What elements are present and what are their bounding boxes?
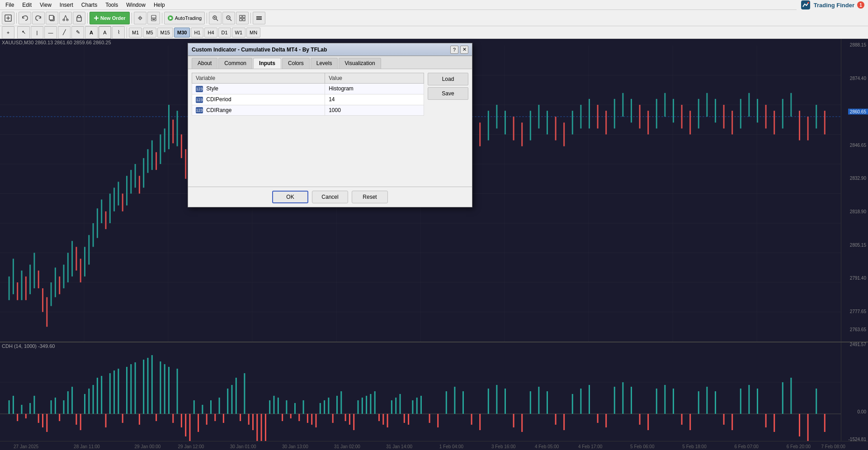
svg-rect-247 [189, 414, 191, 441]
new-order-btn[interactable]: New Order [90, 12, 130, 24]
tab-colors[interactable]: Colors [282, 58, 310, 69]
svg-rect-91 [164, 128, 165, 152]
horizontal-line-btn[interactable]: — [44, 26, 57, 39]
menu-tools[interactable]: Tools [102, 1, 122, 9]
time-label-13: 5 Feb 18:00 [682, 444, 706, 449]
svg-rect-281 [332, 414, 334, 423]
row-icon-2: 123 [196, 107, 203, 113]
svg-rect-69 [71, 241, 73, 277]
zoom-out-btn[interactable] [222, 12, 235, 24]
new-chart-btn[interactable] [2, 12, 14, 24]
text-btn[interactable]: A [85, 26, 98, 39]
menu-file[interactable]: File [2, 1, 18, 9]
tab-about[interactable]: About [192, 58, 217, 69]
svg-rect-78 [109, 194, 111, 224]
modal-controls: ? ✕ [450, 46, 468, 54]
svg-rect-321 [580, 389, 581, 414]
navigator-btn[interactable] [253, 12, 265, 24]
draw-tools-btn[interactable]: ✎ [71, 26, 84, 39]
svg-rect-324 [605, 414, 607, 427]
time-label-11: 4 Feb 17:00 [578, 444, 602, 449]
svg-rect-173 [597, 105, 599, 128]
modal-close-btn[interactable]: ✕ [460, 46, 468, 54]
time-label-10: 4 Feb 05:00 [535, 444, 559, 449]
menu-edit[interactable]: Edit [19, 1, 35, 9]
row-value-0: Histogram [325, 84, 424, 94]
tf-m1[interactable]: M1 [129, 28, 142, 38]
svg-rect-177 [631, 99, 632, 122]
menu-insert[interactable]: Insert [56, 1, 77, 9]
svg-rect-343 [765, 414, 767, 427]
tf-d1[interactable]: D1 [218, 28, 231, 38]
separator-6 [250, 13, 251, 23]
grid-btn[interactable] [236, 12, 249, 24]
reset-button[interactable]: Reset [352, 191, 388, 203]
trading-finder-logo: Trading Finder 1 [797, 0, 868, 10]
svg-rect-268 [278, 398, 279, 414]
svg-rect-208 [25, 414, 27, 418]
vertical-line-btn[interactable]: | [31, 26, 43, 39]
side-buttons: Load Save [428, 73, 468, 183]
trendline-btn[interactable]: ╱ [58, 26, 71, 39]
svg-rect-285 [349, 414, 350, 425]
svg-rect-296 [395, 398, 396, 414]
svg-rect-181 [664, 93, 665, 117]
tf-h1[interactable]: H1 [191, 28, 203, 38]
menu-bar: File Edit View Insert Charts Tools Windo… [0, 0, 868, 10]
table-row[interactable]: 123 CDIPeriod 14 [192, 94, 424, 105]
svg-rect-14 [96, 16, 97, 20]
redo-btn[interactable] [32, 12, 45, 24]
svg-rect-165 [530, 111, 531, 141]
copy-btn[interactable] [46, 12, 58, 24]
svg-rect-30 [240, 19, 242, 21]
svg-rect-273 [298, 414, 300, 421]
tf-m15[interactable]: M15 [157, 28, 173, 38]
tf-m30[interactable]: M30 [174, 28, 190, 38]
tab-inputs[interactable]: Inputs [253, 58, 281, 69]
table-row[interactable]: 123 Style Histogram [192, 84, 424, 94]
menu-view[interactable]: View [36, 1, 55, 9]
cancel-button[interactable]: Cancel [312, 191, 348, 203]
zoom-in-btn[interactable] [209, 12, 222, 24]
svg-rect-92 [168, 105, 170, 149]
tab-levels[interactable]: Levels [311, 58, 338, 69]
settings-btn[interactable] [134, 12, 146, 24]
svg-rect-75 [97, 208, 98, 238]
ok-button[interactable]: OK [272, 191, 308, 203]
price-label-5: 2832.90 [850, 176, 866, 181]
tf-m5[interactable]: M5 [143, 28, 156, 38]
inputs-table-container: Variable Value 123 Style Histogram [192, 73, 424, 183]
svg-rect-220 [75, 414, 77, 425]
menu-window[interactable]: Window [123, 1, 149, 9]
svg-rect-207 [21, 405, 23, 414]
svg-rect-290 [370, 394, 371, 414]
undo-btn[interactable] [19, 12, 31, 24]
print-btn[interactable] [147, 12, 160, 24]
fibonacci-btn[interactable]: ⌇ [112, 26, 125, 39]
load-btn[interactable]: Load [428, 73, 468, 85]
tf-w1[interactable]: W1 [232, 28, 246, 38]
menu-help[interactable]: Help [150, 1, 169, 9]
cut-btn[interactable] [59, 12, 72, 24]
row-icon-0: 123 [196, 86, 203, 92]
label-btn[interactable]: A [99, 26, 111, 39]
paste-btn[interactable] [73, 12, 85, 24]
svg-rect-186 [706, 93, 708, 117]
tf-mn[interactable]: MN [246, 28, 260, 38]
svg-rect-235 [139, 414, 140, 425]
tab-common[interactable]: Common [218, 58, 252, 69]
save-btn[interactable]: Save [428, 87, 468, 100]
svg-rect-77 [105, 211, 107, 229]
modal-help-btn[interactable]: ? [450, 46, 458, 54]
svg-rect-34 [256, 19, 262, 20]
autotrading-btn[interactable]: AutoTrading [164, 12, 205, 24]
tf-h4[interactable]: H4 [204, 28, 217, 38]
crosshair-btn[interactable]: + [2, 26, 14, 39]
svg-rect-307 [462, 391, 464, 414]
menu-charts[interactable]: Charts [78, 1, 101, 9]
svg-rect-206 [17, 414, 18, 421]
tab-visualization[interactable]: Visualization [339, 58, 381, 69]
svg-rect-276 [311, 414, 312, 425]
table-row[interactable]: 123 CDIRange 1000 [192, 105, 424, 116]
cursor-btn[interactable]: ↖ [17, 26, 30, 39]
